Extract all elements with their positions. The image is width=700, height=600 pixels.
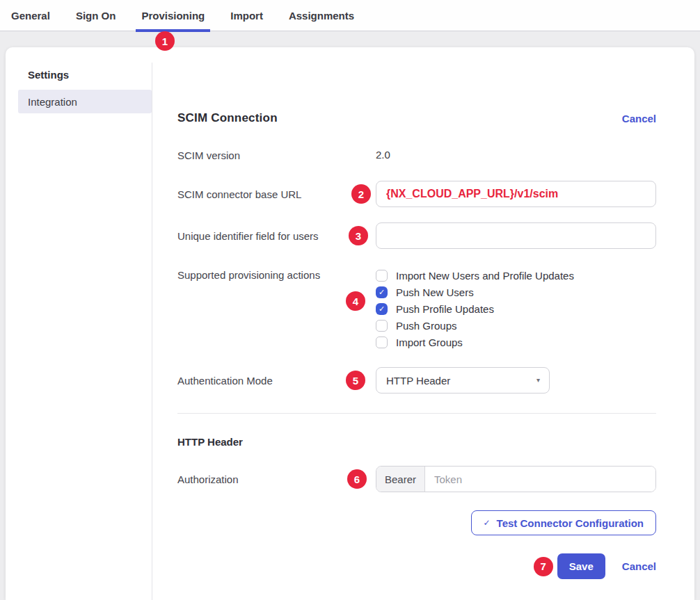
app-tab-bar: General Sign On Provisioning Import Assi… [0, 0, 700, 31]
scim-version-value: 2.0 [376, 149, 390, 161]
base-url-label: SCIM connector base URL [177, 188, 376, 200]
provisioning-action-item[interactable]: ✓Push Profile Updates [376, 300, 656, 317]
provisioning-action-item[interactable]: Import New Users and Profile Updates [376, 267, 656, 284]
checkbox-checked-icon[interactable]: ✓ [376, 286, 388, 298]
page-title: SCIM Connection [177, 111, 278, 125]
cancel-link-top[interactable]: Cancel [622, 113, 656, 124]
checkbox-checked-icon[interactable]: ✓ [376, 303, 388, 315]
cancel-button-bottom[interactable]: Cancel [622, 560, 656, 572]
tab-general[interactable]: General [11, 0, 50, 31]
provisioning-panel: Settings Integration SCIM Connection Can… [6, 47, 694, 600]
base-url-input[interactable] [376, 181, 656, 207]
check-icon: ✓ [484, 518, 491, 528]
save-button[interactable]: Save [557, 553, 605, 579]
tab-provisioning[interactable]: Provisioning [141, 0, 205, 31]
unique-id-input[interactable] [376, 222, 656, 249]
token-input[interactable] [425, 467, 655, 492]
step-badge-4: 4 [346, 291, 365, 311]
tab-assignments[interactable]: Assignments [289, 0, 354, 31]
checkbox-unchecked-icon[interactable] [376, 270, 388, 282]
step-badge-7: 7 [534, 557, 553, 576]
sidebar-item-integration[interactable]: Integration [18, 90, 152, 113]
checkbox-unchecked-icon[interactable] [376, 320, 388, 332]
auth-mode-selected-value: HTTP Header [386, 375, 450, 387]
provisioning-action-item[interactable]: Import Groups [376, 334, 656, 350]
chevron-down-icon: ▾ [536, 376, 540, 384]
unique-id-label: Unique identifier field for users [177, 230, 376, 242]
provisioning-actions-label: Supported provisioning actions [177, 267, 376, 281]
step-badge-2: 2 [351, 184, 371, 204]
provisioning-action-label: Import Groups [396, 337, 463, 348]
tab-sign-on[interactable]: Sign On [76, 0, 116, 31]
sidebar-heading: Settings [28, 69, 152, 81]
test-connector-configuration-button[interactable]: ✓ Test Connector Configuration [471, 510, 656, 535]
provisioning-actions-list: 4 Import New Users and Profile Updates✓P… [376, 267, 656, 350]
provisioning-action-label: Import New Users and Profile Updates [396, 270, 574, 282]
authentication-mode-select[interactable]: HTTP Header ▾ [376, 367, 550, 394]
provisioning-action-label: Push New Users [396, 286, 474, 298]
step-badge-1: 1 [155, 31, 175, 51]
scim-connection-form: SCIM Connection Cancel SCIM version 2.0 … [152, 47, 694, 600]
step-badge-6: 6 [347, 469, 367, 489]
step-badge-5: 5 [346, 371, 365, 390]
authorization-input-group: Bearer [376, 466, 656, 492]
provisioning-action-item[interactable]: ✓Push New Users [376, 284, 656, 300]
section-divider [177, 413, 656, 414]
provisioning-action-item[interactable]: Push Groups [376, 317, 656, 334]
step-badge-3: 3 [349, 226, 368, 245]
provisioning-action-label: Push Profile Updates [396, 303, 494, 315]
tab-import[interactable]: Import [230, 0, 263, 31]
http-header-section-title: HTTP Header [177, 436, 656, 448]
scim-version-label: SCIM version [177, 149, 376, 161]
provisioning-action-label: Push Groups [396, 320, 457, 332]
authorization-label: Authorization [177, 473, 376, 485]
checkbox-unchecked-icon[interactable] [376, 337, 388, 348]
bearer-prefix: Bearer [376, 467, 425, 492]
test-connector-label: Test Connector Configuration [497, 517, 644, 529]
settings-sidebar: Settings Integration [6, 47, 152, 113]
